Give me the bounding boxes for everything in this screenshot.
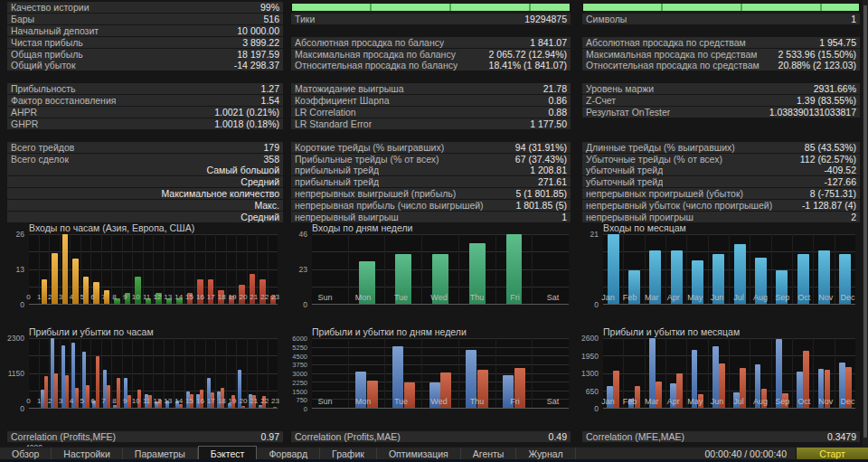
chart-x-labels: 01234567891011121314151617181920212223 xyxy=(24,293,281,301)
x-tick-label: Wed xyxy=(420,293,458,302)
x-tick-label: Sun xyxy=(307,397,344,406)
tab-label: Оптимизация xyxy=(389,448,448,459)
stat-label: Короткие трейды (% выигравших) xyxy=(291,142,444,153)
tab-label: Агенты xyxy=(473,448,505,459)
tab-optimization[interactable]: Оптимизация xyxy=(377,448,461,459)
y-tick-label: 3750 xyxy=(292,361,307,369)
tab-backtest[interactable]: Бэктест xyxy=(198,446,258,459)
stat-value: -1 128.87 (4) xyxy=(802,200,860,211)
stat-value: 516 xyxy=(263,14,283,24)
stat-label: Уровень маржи xyxy=(582,83,654,94)
progress-row xyxy=(582,2,860,13)
stat-value: 1.0021 (0.21%) xyxy=(214,107,283,118)
stat-label: Общий убыток xyxy=(7,60,76,71)
stat-row: Всего сделок358 xyxy=(7,154,283,165)
stat-label: AHPR xyxy=(7,107,37,118)
x-tick-label: 10 xyxy=(131,293,142,301)
tab-parameters[interactable]: Параметры xyxy=(123,448,198,459)
stat-row: Фактор восстановления1.54 xyxy=(7,95,283,106)
chart-entries-by-hour: Входы по часам (Азия, Европа, США)013260… xyxy=(0,222,283,325)
stat-value: 2 533.96 (15.50%) xyxy=(778,49,860,60)
stats-gap xyxy=(582,71,860,82)
stat-label: Матожидание выигрыша xyxy=(291,83,404,94)
stat-value: Максимальное количество xyxy=(161,188,283,199)
stat-row: Матожидание выигрыша21.78 xyxy=(291,83,571,94)
tab-settings[interactable]: Настройки xyxy=(52,448,123,459)
tab-agents[interactable]: Агенты xyxy=(461,448,517,459)
stat-label: прибыльный трейд xyxy=(291,176,379,187)
stat-value: -127.66 xyxy=(824,176,860,187)
stats-gap xyxy=(291,71,571,82)
stat-value: 2931.66% xyxy=(814,83,860,94)
stat-value: -14 298.37 xyxy=(234,60,283,71)
status-area: 00:00:40 / 00:00:40 Старт xyxy=(705,448,868,459)
loss-bar xyxy=(241,406,245,408)
start-button[interactable]: Старт xyxy=(796,448,868,460)
x-tick-label: 11 xyxy=(142,397,153,405)
stats-gap xyxy=(7,130,283,141)
x-tick-label: 9 xyxy=(120,397,131,405)
chart-pl-by-month: Прибыли и убытки по месяцам0650130019502… xyxy=(574,325,861,430)
stat-label: Максимальная просадка по средствам xyxy=(582,49,757,60)
vertical-scrollbar[interactable] xyxy=(863,0,868,447)
chart-entries-by-month: Входы по месяцам021JanFebMarAprMayJunJul… xyxy=(574,222,861,325)
stat-value: 94 (31.91%) xyxy=(515,142,571,153)
stat-row: GHPR1.0018 (0.18%) xyxy=(7,118,283,129)
x-tick-label: 9 xyxy=(120,293,131,301)
tab-chart[interactable]: График xyxy=(320,448,377,459)
tab-label: Настройки xyxy=(63,448,110,459)
tab-journal[interactable]: Журнал xyxy=(516,448,575,459)
backtest-progress-bar xyxy=(582,3,860,12)
stat-row: Убыточные трейды (% от всех)112 (62.57%) xyxy=(582,154,860,165)
x-tick-label: 14 xyxy=(174,397,184,405)
x-tick-label: Sat xyxy=(534,293,572,302)
chart-x-labels: SunMonTueWedThuFriSat xyxy=(307,293,572,302)
stat-value: 1 841.07 xyxy=(530,37,571,48)
x-tick-label: Thu xyxy=(458,293,496,302)
x-tick-label: 4 xyxy=(67,397,78,405)
x-tick-label: Wed xyxy=(420,397,458,406)
x-tick-label: Oct xyxy=(794,293,816,302)
y-tick-label: 13 xyxy=(16,265,24,274)
stat-row: Средний xyxy=(7,176,283,187)
x-tick-label: 22 xyxy=(259,397,270,405)
stat-row: непрерывных проигрышей (убыток)8 (-751.3… xyxy=(582,188,860,199)
stat-value: 1.39 (83.55%) xyxy=(797,95,860,106)
stat-row: Символы1 xyxy=(582,14,860,24)
stat-row: Относительная просадка по средствам20.88… xyxy=(582,60,860,71)
stat-row: Абсолютная просадка по балансу1 841.07 xyxy=(291,37,571,48)
x-tick-label: 23 xyxy=(270,293,281,301)
x-tick-label: 8 xyxy=(109,397,120,405)
stat-label: Общая прибыль xyxy=(7,49,83,60)
tab-overview[interactable]: Обзор xyxy=(0,448,52,459)
x-tick-label: Nov xyxy=(816,397,837,406)
tabs: ОбзорНастройкиПараметрыБэктестФорвардГра… xyxy=(0,448,576,459)
chart-title: Прибыли и убытки по месяцам xyxy=(603,326,857,338)
x-tick-label: 22 xyxy=(259,293,270,301)
correlation-label: Correlation (MFE,MAE) xyxy=(582,431,684,442)
stat-row: Самый большой xyxy=(7,165,283,175)
tab-label: Форвард xyxy=(269,448,307,459)
chart-x-labels: SunMonTueWedThuFriSat xyxy=(307,397,572,406)
stat-label: непрерывных выигрышей (прибыль) xyxy=(291,188,456,199)
y-tick-label: 26 xyxy=(16,230,24,239)
x-tick-label: 1 xyxy=(34,293,45,301)
stat-value: 1 801.85 (5) xyxy=(515,200,571,211)
stat-label: Абсолютная просадка по средствам xyxy=(582,37,746,48)
tab-forward[interactable]: Форвард xyxy=(257,448,320,459)
scrollbar-thumb[interactable] xyxy=(863,5,867,438)
x-tick-label: 17 xyxy=(206,397,217,405)
x-tick-label: 18 xyxy=(217,397,228,405)
x-tick-label: Dec xyxy=(837,293,859,302)
x-tick-label: 20 xyxy=(239,397,250,405)
x-tick-label: 1 xyxy=(34,397,45,405)
x-tick-label: May xyxy=(684,397,706,406)
x-tick-label: 3 xyxy=(56,397,67,405)
stat-value: 20.88% (2 123.03) xyxy=(778,60,860,71)
x-tick-label: Jun xyxy=(706,293,728,302)
stat-label: Коэффициент Шарпа xyxy=(291,95,390,106)
correlation-value: 0.97 xyxy=(261,431,283,442)
stat-label: Относительная просадка по средствам xyxy=(582,60,760,71)
x-tick-label: 21 xyxy=(249,397,259,405)
stat-label: прибыльный трейд xyxy=(291,165,379,175)
